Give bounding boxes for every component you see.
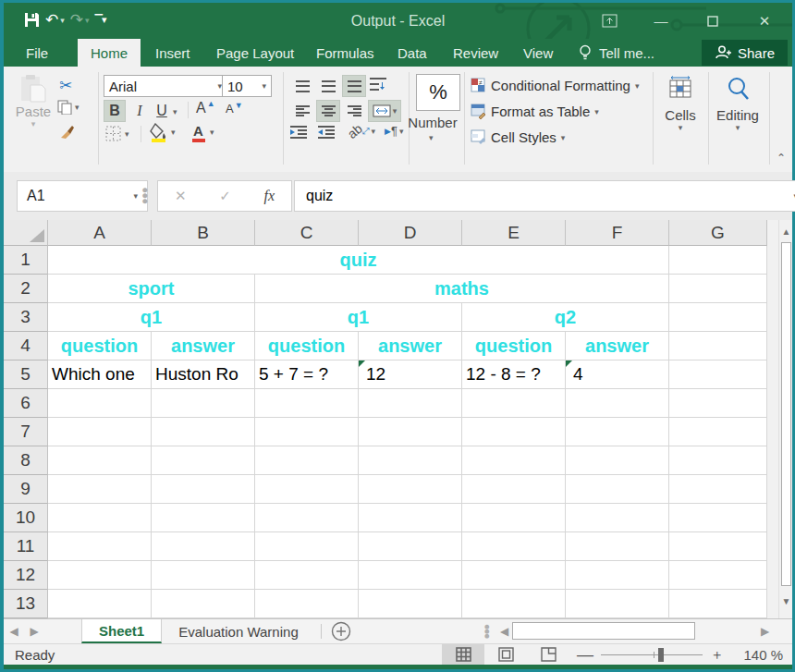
row-header-1[interactable]: 1 — [4, 246, 48, 275]
row-header-7[interactable]: 7 — [4, 418, 48, 446]
cell-A2[interactable]: sport — [48, 275, 255, 303]
maximize-button[interactable] — [692, 3, 733, 39]
increase-indent-button[interactable] — [318, 126, 335, 139]
redo-button[interactable]: ↷▾ — [70, 10, 90, 30]
cell-G9[interactable] — [669, 475, 767, 504]
row-header-3[interactable]: 3 — [4, 303, 48, 332]
cell-E9[interactable] — [462, 475, 566, 504]
tab-file[interactable]: File — [13, 39, 61, 67]
sheet-tab-sheet1[interactable]: Sheet1 — [81, 619, 162, 643]
tab-home[interactable]: Home — [78, 39, 141, 67]
close-button[interactable]: ✕ — [744, 3, 785, 39]
cell-C7[interactable] — [255, 418, 359, 446]
align-right-button[interactable] — [342, 100, 366, 122]
cell-B7[interactable] — [152, 418, 255, 446]
cell-B6[interactable] — [152, 389, 255, 418]
cell-F13[interactable] — [566, 590, 669, 618]
cell-E7[interactable] — [462, 418, 566, 446]
cell-D9[interactable] — [359, 475, 462, 504]
row-header-10[interactable]: 10 — [4, 504, 48, 532]
cell-B10[interactable] — [152, 504, 255, 532]
scroll-left-button[interactable]: ◀ — [497, 625, 512, 638]
cell-G3[interactable] — [669, 303, 767, 332]
cell-A9[interactable] — [48, 475, 152, 504]
cell-G12[interactable] — [669, 561, 767, 590]
row-header-6[interactable]: 6 — [4, 389, 48, 418]
cell-D10[interactable] — [359, 504, 462, 532]
share-button[interactable]: Share — [702, 40, 788, 66]
new-sheet-button[interactable] — [327, 619, 355, 643]
cell-C6[interactable] — [255, 389, 359, 418]
cell-F8[interactable] — [566, 446, 669, 475]
vertical-scrollbar[interactable]: ▲ ▼ — [778, 220, 792, 618]
tab-insert[interactable]: Insert — [142, 39, 203, 67]
cell-G1[interactable] — [669, 246, 767, 275]
align-center-button[interactable] — [316, 100, 340, 122]
cell-B8[interactable] — [152, 446, 255, 475]
format-as-table-button[interactable]: Format as Table▾ — [471, 104, 599, 119]
cell-E8[interactable] — [462, 446, 566, 475]
cell-C13[interactable] — [255, 590, 359, 618]
cell-B9[interactable] — [152, 475, 255, 504]
cell-G4[interactable] — [669, 332, 767, 360]
row-header-5[interactable]: 5 — [4, 360, 48, 389]
align-left-button[interactable] — [290, 100, 314, 122]
insert-function-button[interactable]: fx — [264, 188, 275, 204]
column-header-C[interactable]: C — [255, 220, 359, 246]
tab-page-layout[interactable]: Page Layout — [203, 39, 307, 67]
cell-G8[interactable] — [669, 446, 767, 475]
zoom-slider-thumb[interactable] — [658, 648, 664, 662]
tab-formulas[interactable]: Formulas — [303, 39, 387, 67]
fill-color-button[interactable]: ▾ — [150, 122, 176, 142]
font-color-button[interactable]: A ▾ — [190, 122, 214, 142]
column-header-A[interactable]: A — [48, 220, 152, 246]
cell-C2[interactable]: maths — [255, 275, 669, 303]
cell-D5[interactable]: 12 — [359, 360, 462, 389]
spreadsheet-grid[interactable]: ABCDEFG 12345678910111213 quizsportmaths… — [4, 220, 778, 618]
formula-input[interactable]: quiz ▾ — [294, 180, 795, 212]
cell-E5[interactable]: 12 - 8 = ? — [462, 360, 566, 389]
editing-button[interactable]: Editing▾ — [712, 76, 764, 132]
collapse-ribbon-button[interactable]: ⌃ — [777, 152, 786, 165]
row-header-8[interactable]: 8 — [4, 446, 48, 475]
column-header-F[interactable]: F — [566, 220, 669, 246]
cell-E6[interactable] — [462, 389, 566, 418]
cell-C4[interactable]: question — [255, 332, 359, 360]
scroll-down-button[interactable]: ▼ — [780, 592, 792, 610]
cell-A7[interactable] — [48, 418, 152, 446]
enter-button[interactable]: ✓ — [219, 188, 231, 204]
tab-view[interactable]: View — [510, 39, 566, 67]
horizontal-scrollbar[interactable]: ⦁⦁⦁ ◀ ▶ — [484, 620, 777, 641]
row-header-13[interactable]: 13 — [4, 590, 48, 618]
cell-B11[interactable] — [152, 532, 255, 561]
cell-D6[interactable] — [359, 389, 462, 418]
cell-A10[interactable] — [48, 504, 152, 532]
conditional-formatting-button[interactable]: ≠ Conditional Formatting▾ — [471, 78, 639, 93]
cell-F11[interactable] — [566, 532, 669, 561]
font-name-combo[interactable]: Arial▾ — [104, 75, 227, 97]
cell-F12[interactable] — [566, 561, 669, 590]
row-header-9[interactable]: 9 — [4, 475, 48, 504]
copy-button[interactable]: ▾ — [57, 100, 80, 115]
cell-A5[interactable]: Which one — [48, 360, 152, 389]
horizontal-scroll-thumb[interactable] — [512, 622, 695, 640]
number-format-button[interactable]: % — [416, 74, 460, 111]
cell-E10[interactable] — [462, 504, 566, 532]
column-header-E[interactable]: E — [462, 220, 566, 246]
cell-A13[interactable] — [48, 590, 152, 618]
zoom-level[interactable]: 140 % — [731, 647, 783, 663]
shrink-font-button[interactable]: A▼ — [226, 102, 243, 116]
cell-C12[interactable] — [255, 561, 359, 590]
cell-C3[interactable]: q1 — [255, 303, 462, 332]
name-box[interactable]: A1 ▾ — [17, 180, 148, 212]
cell-A6[interactable] — [48, 389, 152, 418]
cell-C5[interactable]: 5 + 7 = ? — [255, 360, 359, 389]
cell-B13[interactable] — [152, 590, 255, 618]
top-align-button[interactable] — [290, 75, 314, 97]
cell-G13[interactable] — [669, 590, 767, 618]
scroll-right-button[interactable]: ▶ — [758, 625, 773, 638]
cell-F7[interactable] — [566, 418, 669, 446]
cell-D8[interactable] — [359, 446, 462, 475]
paste-button[interactable]: Paste▾ — [13, 74, 54, 128]
cell-C11[interactable] — [255, 532, 359, 561]
